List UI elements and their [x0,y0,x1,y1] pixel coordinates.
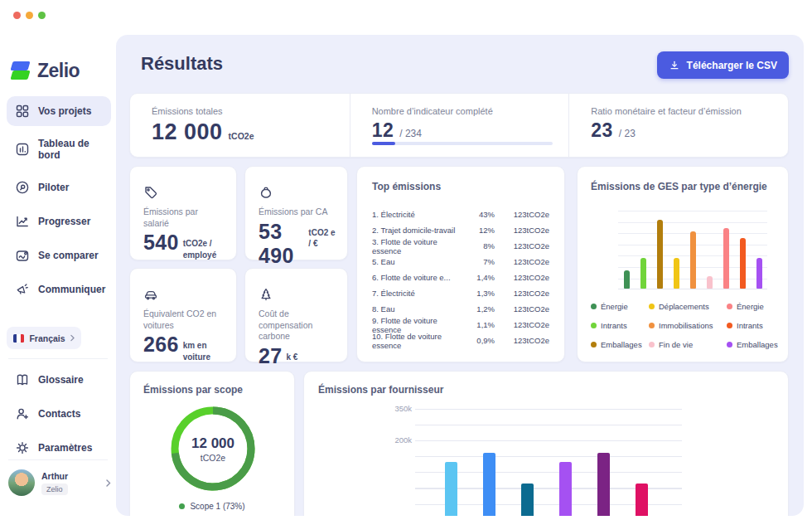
person-add-icon [15,406,30,421]
legend-label: Emballages [601,340,642,349]
top-emission-row: 3. Flotte de voiture essence8%123tCO2e [372,238,549,254]
fournisseur-bar [445,462,457,516]
france-flag-icon [13,334,24,343]
kpi-card-cout-compensation: Coût de compensation carbone 27 k € [244,268,348,362]
ges-bar [756,258,762,289]
te-name: 6. Flotte de voiture e... [372,273,463,282]
nav-label: Contacts [38,408,80,420]
stat-unit: tCO2e [229,131,254,141]
legend-label: Intrants [737,321,763,330]
fournisseur-chart-card: Émissions par fournisseur 350k 200k [303,371,789,516]
window-minimize-dot[interactable] [26,12,33,19]
te-val: 123tCO2e [495,241,549,250]
ges-bar [657,220,663,289]
legend-dot [727,323,732,328]
y-axis-tick: 350k [383,404,412,413]
sidebar-item-glossaire[interactable]: Glossaire [7,365,111,395]
window-close-dot[interactable] [13,12,21,19]
te-name: 3. Flotte de voiture essence [372,237,463,255]
legend-item: Emballages [727,340,778,349]
legend-label: Immobilisations [659,321,713,330]
legend-dot [727,304,732,309]
legend-item: Intrants [591,321,649,330]
legend-item: Intrants [727,321,778,330]
scope-legend-dot [179,503,185,509]
sidebar-item-vos-projets[interactable]: Vos projets [7,96,111,126]
te-name: 7. Électricité [372,289,463,298]
sidebar-item-parametres[interactable]: Paramètres [7,433,111,463]
fournisseur-bar [483,453,495,516]
stat-total: / 234 [399,128,422,139]
stat-value: 12 000 [152,119,223,145]
legend-label: Déplacements [659,302,709,311]
sidebar-item-tableau-de-bord[interactable]: Tableau de bord [7,130,111,168]
ges-bars [618,211,767,289]
kpi-label: Émissions par CA [259,207,336,218]
te-val: 123tCO2e [495,336,549,345]
language-selector[interactable]: Français [7,327,81,349]
sidebar-item-piloter[interactable]: Piloter [7,173,111,202]
legend-dot [727,342,732,347]
profile-org-badge: Zelio [41,484,68,495]
language-label: Français [29,333,65,343]
window-zoom-dot[interactable] [38,12,46,19]
app-logo[interactable]: Zelio [11,60,80,82]
sidebar-item-progresser[interactable]: Progresser [7,207,111,236]
te-pct: 0,9% [463,336,495,345]
legend-label: Emballages [737,340,778,349]
kpi-label: Émissions par salarié [143,207,225,229]
te-name: 8. Eau [372,304,463,313]
te-val: 123tCO2e [495,273,549,282]
sidebar-item-se-comparer[interactable]: Se comparer [7,241,111,270]
fournisseur-bars [445,372,648,516]
te-name: 10. Flotte de voiture essence [372,332,463,350]
legend-dot [649,342,655,347]
kpi-value: 27 [259,344,282,368]
window-controls [13,12,46,19]
legend-dot [649,323,655,328]
sidebar-item-contacts[interactable]: Contacts [7,399,111,429]
tag-icon [143,185,158,200]
legend-item: Emballages [591,340,649,349]
sidebar-divider [8,358,108,359]
te-val: 123tCO2e [495,257,549,266]
tree-icon [259,287,273,302]
sidebar-item-communiquer[interactable]: Communiquer [7,275,111,304]
legend-label: Fin de vie [659,340,693,349]
te-val: 123tCO2e [495,320,549,329]
indicators-progress-track [372,142,553,145]
legend-dot [591,342,597,347]
legend-label: Intrants [601,321,627,330]
fournisseur-bar [559,462,572,516]
download-csv-button[interactable]: Télécharger le CSV [657,51,789,79]
nav-label: Paramètres [38,442,92,454]
te-pct: 1,4% [463,273,495,282]
ges-bar [624,270,630,289]
avatar [8,469,35,496]
page-title: Résultats [141,53,223,75]
kpi-unit: k € [286,352,297,363]
gear-icon [15,440,30,455]
sidebar-divider [8,459,108,460]
trend-icon [15,214,30,229]
kpi-card-emissions-par-salarie: Émissions par salarié 540 tCO2e / employ… [129,166,237,260]
top-emission-row: 10. Flotte de voiture essence0,9%123tCO2… [372,333,549,348]
compass-icon [15,180,30,195]
scope-donut-chart: 12 000 tCO2e [165,401,261,497]
kpi-unit: tCO2e / employé [183,238,225,260]
te-pct: 7% [463,257,495,266]
fournisseur-bar [521,484,534,516]
ges-bar [640,258,646,289]
ges-chart-card: Émissions de GES par type d’énergie Éner… [577,166,789,362]
zelio-logo-icon [11,61,31,81]
legend-label: Énergie [601,302,628,311]
nav-label: Glossaire [38,374,84,386]
fournisseur-bar [636,484,648,516]
ges-legend: ÉnergieDéplacementsÉnergieIntrantsImmobi… [591,302,778,349]
book-icon [15,372,30,387]
kpi-unit: tCO2 e / € [308,227,336,250]
stat-indicateurs: Nombre d’indicateur complété 12 / 234 [350,94,569,157]
profile-menu[interactable]: Arthur Zelio [8,469,111,496]
stat-ratio: Ratio monétaire et facteur d’émission 23… [568,94,788,157]
te-pct: 43% [463,210,495,219]
